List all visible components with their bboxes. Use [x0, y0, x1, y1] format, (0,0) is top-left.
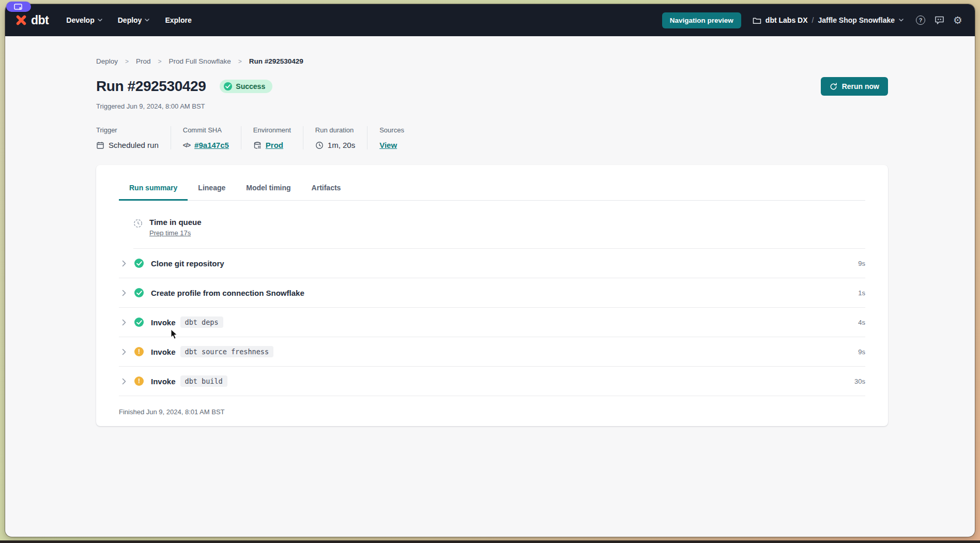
- dbt-logo[interactable]: dbt: [14, 13, 49, 27]
- step-label: Invoke: [151, 377, 176, 386]
- gear-glyph: ⚙: [953, 15, 962, 25]
- prep-time-link[interactable]: Prep time 17s: [149, 229, 191, 237]
- project-switcher[interactable]: dbt Labs DX / Jaffle Shop Snowflake: [753, 16, 904, 24]
- main-nav: Develop Deploy Explore: [66, 16, 192, 24]
- chevron-right-icon[interactable]: [122, 289, 129, 296]
- rerun-now-label: Rerun now: [842, 82, 879, 90]
- command-chip: dbt source freshness: [180, 346, 274, 357]
- breadcrumb: Deploy > Prod > Prod Full Snowflake > Ru…: [96, 57, 888, 65]
- divider: [171, 126, 171, 149]
- command-chip: dbt deps: [180, 316, 223, 328]
- step-duration: 9s: [858, 348, 865, 356]
- warning-status-icon: !: [134, 376, 144, 386]
- dbt-logo-icon: [14, 13, 28, 27]
- breadcrumb-separator: >: [125, 58, 129, 65]
- warning-mark: !: [138, 349, 140, 355]
- run-duration-value: 1m, 20s: [328, 141, 355, 149]
- rerun-now-button[interactable]: Rerun now: [821, 77, 888, 96]
- environment-link[interactable]: Prod: [266, 141, 283, 149]
- step-row-dbt-source-freshness[interactable]: ! Invoke dbt source freshness 9s: [119, 337, 865, 367]
- settings-icon[interactable]: ⚙: [952, 14, 963, 26]
- divider: [303, 126, 303, 149]
- browser-window: dbt Develop Deploy Explore Navigation pr…: [5, 4, 975, 537]
- run-detail-page: Deploy > Prod > Prod Full Snowflake > Ru…: [5, 36, 975, 426]
- screen-edge-strip: [0, 540, 980, 543]
- chevron-down-icon: [899, 19, 904, 22]
- meta-label: Environment: [253, 126, 291, 134]
- clock-icon: [315, 141, 324, 149]
- page-header: Run #292530429 Success Rerun now: [96, 77, 888, 96]
- status-badge: Success: [220, 80, 272, 93]
- step-row-dbt-deps[interactable]: Invoke dbt deps 4s: [119, 308, 865, 337]
- run-meta-row: Trigger Scheduled run Commit SHA </>: [96, 126, 888, 149]
- step-label: Create profile from connection Snowflake: [151, 289, 304, 297]
- step-row-clone-git[interactable]: Clone git repository 9s: [119, 249, 865, 278]
- divider: [241, 126, 241, 149]
- calendar-icon: [96, 141, 104, 149]
- meta-label: Trigger: [96, 126, 159, 134]
- step-row-dbt-build[interactable]: ! Invoke dbt build 30s: [119, 367, 865, 396]
- step-label: Invoke: [151, 348, 176, 356]
- chevron-right-icon[interactable]: [122, 348, 129, 355]
- triggered-timestamp: Triggered Jun 9, 2024, 8:00 AM BST: [96, 102, 888, 110]
- step-row-create-profile[interactable]: Create profile from connection Snowflake…: [119, 278, 865, 308]
- breadcrumb-job[interactable]: Prod Full Snowflake: [169, 57, 231, 65]
- breadcrumb-separator: >: [238, 58, 242, 65]
- chevron-right-icon[interactable]: [122, 319, 129, 326]
- sources-view-link[interactable]: View: [379, 141, 397, 149]
- tab-artifacts[interactable]: Artifacts: [301, 178, 351, 201]
- top-navbar: dbt Develop Deploy Explore Navigation pr…: [5, 4, 975, 36]
- nav-explore[interactable]: Explore: [165, 16, 191, 24]
- status-badge-label: Success: [236, 82, 265, 90]
- divider: [367, 126, 368, 149]
- success-check-icon: [224, 82, 232, 90]
- nav-explore-label: Explore: [165, 16, 191, 24]
- nav-develop[interactable]: Develop: [66, 16, 102, 24]
- help-icon[interactable]: ?: [915, 14, 926, 26]
- finished-timestamp: Finished Jun 9, 2024, 8:01 AM BST: [119, 396, 865, 416]
- warning-status-icon: !: [134, 347, 144, 356]
- chevron-down-icon: [145, 19, 149, 22]
- step-label: Clone git repository: [151, 259, 224, 268]
- project-name: Jaffle Shop Snowflake: [818, 16, 895, 24]
- tab-bar: Run summary Lineage Model timing Artifac…: [119, 165, 865, 201]
- nav-deploy-label: Deploy: [118, 16, 142, 24]
- meta-label: Run duration: [315, 126, 355, 134]
- chevron-right-icon[interactable]: [122, 260, 129, 267]
- dbt-wordmark: dbt: [31, 13, 49, 27]
- meta-label: Commit SHA: [183, 126, 229, 134]
- chevron-right-icon[interactable]: [122, 378, 129, 385]
- meta-commit-sha: Commit SHA </> #9a147c5: [183, 126, 229, 149]
- feedback-icon[interactable]: [933, 14, 945, 26]
- nav-develop-label: Develop: [66, 16, 94, 24]
- meta-label: Sources: [379, 126, 404, 134]
- account-name: dbt Labs DX: [765, 16, 808, 24]
- time-in-queue-text: Time in queue Prep time 17s: [149, 218, 202, 237]
- code-icon: </>: [183, 142, 190, 149]
- trigger-value: Scheduled run: [109, 141, 159, 149]
- step-duration: 30s: [854, 378, 865, 385]
- chat-bubble-icon: [935, 16, 944, 25]
- tab-model-timing[interactable]: Model timing: [236, 178, 301, 201]
- tab-lineage[interactable]: Lineage: [188, 178, 236, 201]
- nav-deploy[interactable]: Deploy: [118, 16, 150, 24]
- run-summary-card: Run summary Lineage Model timing Artifac…: [96, 165, 888, 426]
- commit-sha-link[interactable]: #9a147c5: [194, 141, 229, 149]
- navigation-preview-button[interactable]: Navigation preview: [662, 12, 741, 28]
- environment-icon: [253, 141, 262, 149]
- meta-run-duration: Run duration 1m, 20s: [315, 126, 355, 149]
- meta-sources: Sources View: [379, 126, 404, 149]
- success-status-icon: [134, 318, 144, 327]
- tab-run-summary[interactable]: Run summary: [119, 178, 188, 201]
- chevron-down-icon: [98, 19, 102, 22]
- breadcrumb-run: Run #292530429: [249, 57, 303, 65]
- breadcrumb-prod[interactable]: Prod: [136, 57, 151, 65]
- title-group: Run #292530429 Success: [96, 78, 272, 95]
- breadcrumb-deploy[interactable]: Deploy: [96, 57, 118, 65]
- timer-icon: [133, 219, 143, 228]
- success-status-icon: [134, 288, 144, 297]
- time-in-queue-title: Time in queue: [149, 218, 202, 227]
- breadcrumb-separator: >: [158, 58, 162, 65]
- account-project-separator: /: [812, 16, 814, 24]
- meta-trigger: Trigger Scheduled run: [96, 126, 159, 149]
